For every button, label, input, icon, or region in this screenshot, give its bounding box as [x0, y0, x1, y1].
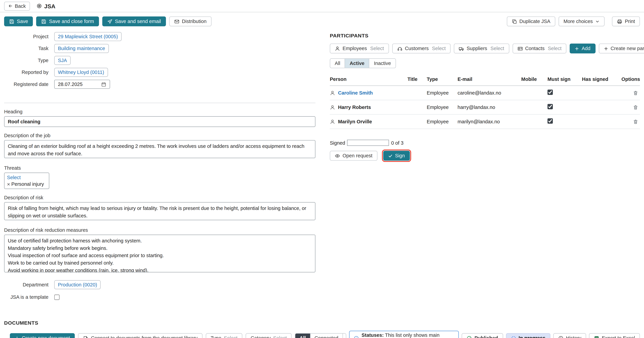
col-person: Person	[330, 74, 408, 86]
save-and-close-label: Save and close form	[49, 18, 94, 24]
doc-tab-direct[interactable]: Direct	[343, 334, 346, 338]
doc-tab-all[interactable]: All	[296, 334, 310, 338]
tab-all[interactable]: All	[330, 59, 345, 68]
eye-icon	[335, 153, 340, 158]
participant-selectors: Employees Select Customers Select Suppli…	[330, 44, 640, 53]
reported-by-value-link[interactable]: Whitney Lloyd (0011)	[54, 68, 108, 77]
must-sign-cell	[548, 115, 582, 129]
add-participant-button[interactable]: Add	[570, 44, 595, 53]
save-and-send-email-button[interactable]: Save and send email	[102, 16, 166, 26]
delete-participant-button[interactable]	[633, 104, 638, 110]
back-button[interactable]: Back	[4, 2, 30, 10]
calendar-icon[interactable]	[101, 82, 106, 87]
document-type-select[interactable]: Type Select	[206, 333, 242, 338]
person-cell: Marilyn Orville	[330, 115, 408, 128]
open-request-button[interactable]: Open request	[330, 151, 377, 160]
must-sign-checkbox[interactable]	[548, 118, 553, 124]
sign-button[interactable]: Sign	[383, 151, 410, 160]
save-close-icon	[41, 19, 47, 24]
create-new-participant-button[interactable]: Create new participant	[599, 44, 644, 53]
registered-date-label: Registered date	[4, 81, 48, 87]
documents-toolbar-right: All Connected Direct Statuses: This list…	[295, 331, 640, 338]
export-to-excel-button[interactable]: Export to Excel	[589, 333, 640, 338]
heading-label: Heading	[4, 109, 316, 115]
participants-title: PARTICIPANTS	[330, 33, 640, 38]
save-and-close-button[interactable]: Save and close form	[36, 16, 99, 26]
must-sign-cell	[548, 86, 582, 100]
task-label: Task	[4, 46, 48, 52]
template-checkbox[interactable]	[54, 294, 60, 300]
participant-type: Employee	[427, 101, 458, 114]
sign-label: Sign	[395, 153, 405, 158]
measures-label: Description of risk reduction measures	[4, 227, 316, 233]
headset-icon	[397, 46, 402, 51]
options-cell	[621, 100, 640, 114]
doc-tab-connected[interactable]: Connected	[310, 334, 343, 338]
tab-active[interactable]: Active	[345, 59, 369, 68]
must-sign-cell	[548, 100, 582, 114]
participants-table: Person Title Type E-mail Mobile Must sig…	[330, 74, 640, 129]
must-sign-checkbox[interactable]	[548, 104, 553, 109]
template-row: JSA is a template	[4, 294, 316, 300]
job-description-textarea[interactable]: Cleaning of an exterior building roof at…	[4, 140, 316, 158]
col-type: Type	[427, 74, 458, 86]
statuses-text: Statuses: This list only shows main vers…	[362, 332, 454, 338]
participant-name[interactable]: Marilyn Orville	[338, 119, 372, 124]
participant-email: caroline@landax.no	[458, 86, 521, 100]
type-row: Type SJA	[4, 56, 316, 65]
jsa-page: Back JSA Save Save and close form Save a…	[0, 0, 644, 338]
risk-label: Description of risk	[4, 195, 316, 200]
distribution-button[interactable]: Distribution	[169, 16, 212, 26]
info-icon	[354, 336, 359, 338]
threats-box: Select × Personal injury	[4, 172, 49, 189]
must-sign-checkbox[interactable]	[548, 90, 553, 95]
save-button[interactable]: Save	[4, 16, 33, 26]
contacts-select-button[interactable]: Contacts Select	[512, 44, 566, 53]
more-choices-button[interactable]: More choices	[558, 16, 605, 26]
has-signed-cell	[582, 118, 621, 125]
department-label: Department	[4, 282, 48, 288]
participant-title	[408, 118, 427, 125]
plus-icon	[604, 46, 608, 51]
participant-email: marilyn@landax.no	[458, 115, 521, 128]
participant-name-link[interactable]: Caroline Smith	[338, 90, 373, 96]
in-progress-filter-button[interactable]: In progress	[506, 333, 550, 338]
heading-input[interactable]	[4, 116, 316, 127]
participant-mobile	[521, 118, 548, 125]
reported-by-label: Reported by	[4, 69, 48, 75]
participant-mobile	[521, 89, 548, 96]
department-row: Department Production (0020)	[4, 280, 316, 289]
published-filter-button[interactable]: Published	[462, 333, 503, 338]
project-value-link[interactable]: 29 Maplewick Street (0005)	[54, 32, 122, 41]
participant-title	[408, 89, 427, 96]
task-value-link[interactable]: Building maintenance	[54, 44, 109, 53]
registered-date-input[interactable]: 28.07.2025	[54, 80, 110, 89]
suppliers-select-button[interactable]: Suppliers Select	[454, 44, 509, 53]
employees-select-button[interactable]: Employees Select	[330, 44, 389, 53]
duplicate-jsa-button[interactable]: Duplicate JSA	[507, 16, 555, 26]
document-category-select[interactable]: Category Select	[246, 333, 292, 338]
threats-select-link[interactable]: Select	[7, 174, 46, 180]
customers-label: Customers	[405, 46, 429, 52]
threat-tag: × Personal injury	[7, 181, 46, 187]
remove-threat-icon[interactable]: ×	[7, 181, 10, 187]
participant-name[interactable]: Harry Roberts	[338, 104, 371, 110]
measures-textarea[interactable]: Use of certified fall protection harness…	[4, 235, 316, 272]
history-button[interactable]: History	[553, 333, 586, 338]
create-new-document-button[interactable]: Create new document	[10, 333, 75, 338]
connect-documents-button[interactable]: Connect to documents from the document l…	[78, 333, 202, 338]
back-label: Back	[15, 3, 26, 9]
documents-section: DOCUMENTS Create new document Connect to…	[0, 320, 644, 338]
jsa-module-icon	[36, 3, 42, 9]
suppliers-label: Suppliers	[466, 46, 487, 52]
print-button[interactable]: Print	[612, 16, 640, 26]
delete-participant-button[interactable]	[633, 90, 638, 96]
customers-select-button[interactable]: Customers Select	[392, 44, 451, 53]
type-value-link[interactable]: SJA	[54, 56, 71, 65]
tab-inactive[interactable]: Inactive	[369, 59, 396, 68]
delete-participant-button[interactable]	[633, 118, 638, 125]
category-label: Category	[251, 335, 270, 338]
participants-filter-tabs: All Active Inactive	[330, 58, 396, 68]
department-value-link[interactable]: Production (0020)	[54, 280, 101, 289]
risk-textarea[interactable]: Risk of falling from height, which may l…	[4, 202, 316, 220]
